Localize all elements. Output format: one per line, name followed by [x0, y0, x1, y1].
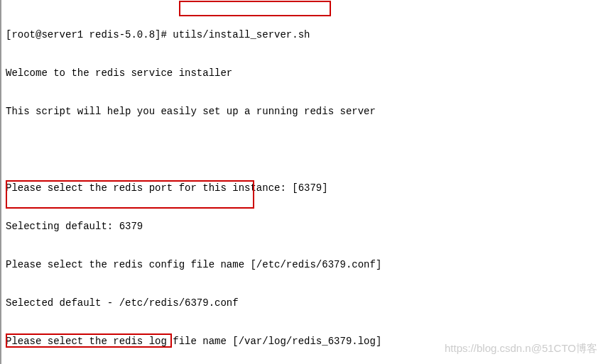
terminal-line: Please select the redis port for this in… [6, 182, 599, 194]
terminal-line: [root@server1 redis-5.0.8]# utils/instal… [6, 28, 599, 41]
terminal-line: Welcome to the redis service installer [6, 67, 599, 79]
terminal-output: [root@server1 redis-5.0.8]# utils/instal… [1, 0, 603, 364]
terminal-line: Selected default - /etc/redis/6379.conf [6, 297, 599, 309]
highlight-annotation [179, 1, 331, 16]
terminal-line: Please select the redis log file name [/… [6, 335, 599, 348]
terminal-line: This script will help you easily set up … [6, 105, 599, 118]
terminal-line [6, 143, 599, 156]
terminal-line: Selecting default: 6379 [6, 220, 599, 233]
terminal-line: Please select the redis config file name… [6, 258, 599, 271]
